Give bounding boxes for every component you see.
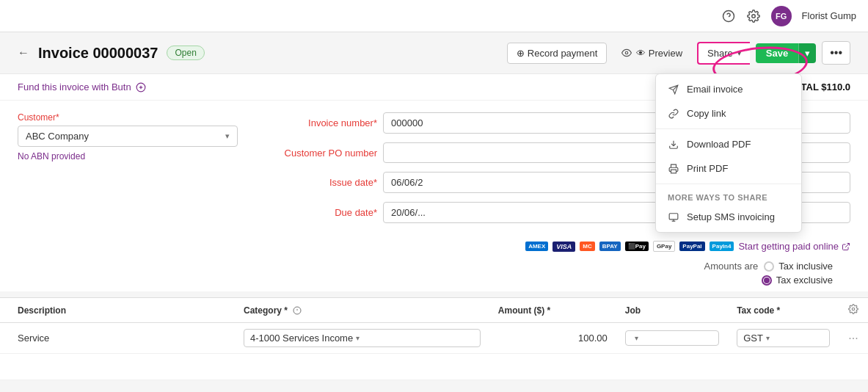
customer-po-label: Customer PO number [267, 148, 377, 159]
dropdown-divider-1 [656, 128, 801, 129]
th-job: Job [616, 298, 728, 323]
share-label: Share [707, 48, 733, 59]
th-category: Category * [235, 298, 489, 323]
tax-inclusive-radio[interactable] [764, 261, 774, 272]
job-select[interactable]: ▾ [625, 330, 719, 346]
invoice-table: Description Category * Amount ($) * Job … [0, 297, 868, 380]
no-abn-link[interactable]: No ABN provided [18, 151, 238, 161]
customer-value: ABC Company [26, 131, 89, 142]
category-select[interactable]: 4-1000 Services Income ▾ [244, 329, 481, 347]
dropdown-divider-2 [656, 184, 801, 184]
user-name: Florist Gump [802, 10, 856, 21]
svg-point-3 [626, 51, 629, 54]
download-pdf-item[interactable]: Download PDF [656, 132, 801, 156]
th-taxcode: Tax code * [728, 298, 839, 323]
print-icon [668, 164, 679, 174]
payin4-badge: PayIn4 [710, 242, 734, 251]
tax-exclusive-option[interactable]: Tax exclusive [762, 275, 833, 286]
download-pdf-label: Download PDF [687, 139, 751, 150]
tax-inclusive-label: Tax inclusive [778, 261, 833, 272]
table-settings-icon[interactable] [848, 304, 858, 314]
save-caret-button[interactable]: ▾ [798, 43, 816, 63]
customer-input[interactable]: ABC Company ▾ [18, 126, 238, 147]
top-nav: FG Florist Gump [0, 0, 868, 32]
tax-exclusive-radio[interactable] [762, 275, 772, 286]
link-icon [668, 109, 679, 119]
td-job[interactable]: ▾ [616, 323, 728, 354]
taxcode-dropdown-icon: ▾ [766, 334, 770, 342]
payment-methods: AMEX VISA MC BPAY ⬛Pay GPay PayPal PayIn… [0, 235, 868, 258]
job-dropdown-icon: ▾ [635, 334, 638, 342]
fund-link[interactable]: Fund this invoice with Butn [18, 81, 146, 92]
record-payment-button[interactable]: ⊕ Record payment [507, 43, 607, 64]
visa-badge: VISA [552, 242, 575, 252]
nav-icons: FG Florist Gump [721, 6, 856, 26]
help-icon[interactable] [721, 9, 736, 23]
svg-point-2 [751, 14, 755, 18]
table-empty-row [0, 354, 868, 380]
avatar: FG [771, 6, 792, 26]
share-button-group: Share ▾ [697, 42, 750, 65]
td-taxcode[interactable]: GST ▾ [728, 323, 839, 354]
setup-sms-label: Setup SMS invoicing [687, 211, 775, 222]
download-icon [668, 139, 679, 150]
save-button[interactable]: Save [756, 43, 798, 63]
gpay-badge: GPay [653, 241, 675, 252]
share-dropdown-menu: Email invoice Copy link Download PDF Pri… [655, 73, 802, 233]
invoice-title: Invoice 00000037 [38, 45, 158, 62]
svg-rect-7 [671, 170, 676, 173]
form-left: Customer* ABC Company ▾ No ABN provided [18, 112, 238, 223]
bpay-badge: BPAY [599, 242, 621, 251]
table-header-row: Description Category * Amount ($) * Job … [0, 298, 868, 323]
th-amount: Amount ($) * [489, 298, 616, 323]
print-pdf-item[interactable]: Print PDF [656, 156, 801, 181]
amounts-are-label: Amounts are Tax inclusive [704, 261, 833, 272]
save-button-group: Save ▾ [756, 43, 816, 63]
copy-link-item[interactable]: Copy link [656, 101, 801, 126]
tax-inclusive-option[interactable]: Tax inclusive [764, 261, 833, 272]
td-more[interactable]: ··· [839, 323, 868, 354]
share-button[interactable]: Share ▾ [697, 42, 750, 65]
tax-exclusive-label: Tax exclusive [776, 275, 833, 286]
svg-line-14 [845, 243, 850, 247]
header-actions: ⊕ Record payment 👁 Preview Share ▾ Save … [507, 41, 850, 65]
more-options-button[interactable]: ••• [822, 41, 850, 65]
th-settings [839, 298, 868, 323]
apple-pay-badge: ⬛Pay [625, 242, 649, 251]
paypal-badge: PayPal [679, 242, 704, 251]
svg-point-18 [852, 308, 855, 311]
back-button[interactable]: ← [18, 46, 29, 59]
save-caret-icon: ▾ [805, 48, 810, 59]
share-caret-icon: ▾ [737, 49, 741, 57]
invoice-number-label: Invoice number* [267, 117, 377, 128]
taxcode-select[interactable]: GST ▾ [737, 329, 830, 347]
td-amount[interactable]: 100.00 [489, 323, 616, 354]
td-category[interactable]: 4-1000 Services Income ▾ [235, 323, 489, 354]
invoice-table-container: Description Category * Amount ($) * Job … [0, 297, 868, 380]
preview-label: 👁 Preview [636, 48, 682, 59]
fund-label: Fund this invoice with Butn [18, 81, 131, 92]
email-invoice-label: Email invoice [687, 84, 743, 95]
th-description: Description [0, 298, 235, 323]
copy-link-label: Copy link [687, 108, 726, 119]
customer-dropdown-icon: ▾ [225, 131, 230, 141]
setup-sms-item[interactable]: Setup SMS invoicing [656, 205, 801, 229]
table-row: Service 4-1000 Services Income ▾ 100.00 … [0, 323, 868, 354]
send-icon [668, 84, 679, 95]
sms-icon [668, 212, 679, 222]
category-dropdown-icon: ▾ [356, 334, 360, 342]
print-pdf-label: Print PDF [687, 163, 728, 174]
tax-options: Amounts are Tax inclusive Tax exclusive [0, 258, 868, 291]
issue-date-label: Issue date* [267, 177, 377, 188]
td-description[interactable]: Service [0, 323, 235, 354]
due-date-label: Due date* [267, 207, 377, 218]
email-invoice-item[interactable]: Email invoice [656, 77, 801, 101]
more-ways-label: MORE WAYS TO SHARE [656, 187, 801, 205]
amex-badge: AMEX [525, 242, 548, 251]
settings-icon[interactable] [746, 9, 761, 23]
start-paid-label: Start getting paid online [738, 241, 839, 252]
preview-button[interactable]: 👁 Preview [613, 43, 691, 63]
svg-rect-8 [669, 213, 678, 219]
customer-label: Customer* [18, 112, 238, 123]
start-paid-link[interactable]: Start getting paid online [738, 241, 850, 252]
